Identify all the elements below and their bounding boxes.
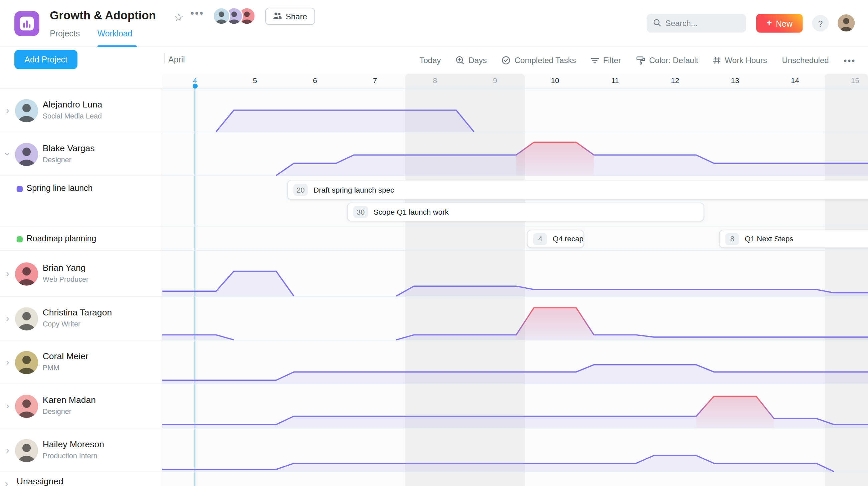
person-name: Brian Yang [43, 263, 86, 273]
date-label-9[interactable]: 9 [493, 76, 497, 85]
project-color-dot [17, 186, 23, 192]
overload-area [696, 396, 774, 428]
row-karen: ›Karen MadanDesigner [0, 384, 868, 429]
date-label-12[interactable]: 12 [671, 76, 679, 85]
zoom-in-icon [456, 56, 465, 65]
person-name: Christina Taragon [43, 307, 112, 318]
task-bar[interactable]: 4Q4 recap [527, 230, 584, 248]
sidebar-cell-christina[interactable]: ›Christina TaragonCopy Writer [0, 297, 162, 340]
task-bar[interactable]: 30Scope Q1 launch work [347, 203, 704, 221]
sidebar-cell-brian[interactable]: ›Brian YangWeb Producer [0, 251, 162, 296]
overload-area [516, 308, 594, 340]
chevron-right-icon[interactable]: › [5, 479, 8, 486]
workload-chart-hailey [162, 428, 868, 472]
timeline-toolbar: Add Project April Today Days Completed T… [0, 47, 868, 74]
sidebar-cell-unassigned[interactable]: ›Unassigned [0, 472, 162, 486]
sidebar-cell-coral[interactable]: ›Coral MeierPMM [0, 341, 162, 384]
avatar-christina [15, 307, 38, 330]
chevron-right-icon[interactable]: › [6, 357, 9, 366]
search-icon [653, 19, 661, 28]
sidebar-cell-karen[interactable]: ›Karen MadanDesigner [0, 384, 162, 428]
row-unassigned: ›Unassigned [0, 472, 868, 486]
workload-area [396, 286, 868, 296]
filter-button[interactable]: Filter [591, 56, 621, 65]
task-count-badge: 20 [293, 184, 308, 196]
date-label-15[interactable]: 15 [851, 76, 859, 85]
task-count-badge: 4 [533, 233, 547, 245]
search-input[interactable]: Search... [647, 14, 746, 32]
chevron-right-icon[interactable]: › [6, 401, 9, 411]
tab-projects[interactable]: Projects [50, 29, 80, 38]
project-name: Spring line launch [27, 183, 93, 193]
sidebar-cell-hailey[interactable]: ›Hailey MoresonProduction Intern [0, 428, 162, 471]
page-title: Growth & Adoption [50, 9, 156, 22]
today-button[interactable]: Today [419, 56, 441, 65]
plus-icon: + [767, 18, 772, 28]
task-count-badge: 30 [353, 206, 368, 218]
workload-rows: ›Alejandro LunaSocial Media Lead›Blake V… [0, 89, 868, 486]
task-count-badge: 8 [725, 233, 739, 245]
chevron-down-icon[interactable]: › [3, 152, 12, 155]
date-label-14[interactable]: 14 [791, 76, 799, 85]
person-role: Web Producer [43, 275, 89, 283]
avatar-hailey [15, 439, 38, 462]
task-label: Draft spring launch spec [313, 186, 394, 194]
date-label-7[interactable]: 7 [373, 76, 377, 85]
workload-chart-brian [162, 251, 868, 297]
chevron-right-icon[interactable]: › [6, 445, 9, 455]
chevron-right-icon[interactable]: › [6, 269, 9, 278]
project-name: Roadmap planning [27, 234, 96, 243]
days-zoom-button[interactable]: Days [456, 56, 487, 65]
row-hailey: ›Hailey MoresonProduction Intern [0, 428, 868, 472]
date-label-6[interactable]: 6 [313, 76, 317, 85]
star-icon[interactable]: ☆ [174, 11, 184, 24]
share-button[interactable]: Share [265, 8, 315, 25]
project-color-dot [17, 236, 23, 242]
member-avatar[interactable] [213, 7, 230, 25]
task-label: Q1 Next Steps [745, 235, 794, 243]
new-label: New [776, 19, 793, 28]
person-role: Social Media Lead [43, 111, 102, 120]
workload-chart-blake [162, 132, 868, 176]
people-icon [273, 12, 282, 21]
completed-tasks-button[interactable]: Completed Tasks [502, 56, 576, 65]
date-label-11[interactable]: 11 [611, 76, 619, 85]
date-label-13[interactable]: 13 [731, 76, 739, 85]
help-button[interactable]: ? [812, 15, 829, 32]
avatar-karen [15, 394, 38, 418]
task-bar[interactable]: 8Q1 Next Steps [719, 230, 868, 248]
task-label: Q4 recap [553, 235, 584, 243]
person-name: Coral Meier [43, 351, 89, 361]
more-options-icon[interactable]: ••• [190, 8, 204, 19]
toolbar-more-icon[interactable]: ••• [844, 56, 856, 65]
workload-chart-coral [162, 341, 868, 384]
workload-area [162, 271, 294, 296]
avatar-coral [15, 351, 38, 374]
row-brian: ›Brian YangWeb Producer [0, 251, 868, 297]
work-hours-button[interactable]: Work Hours [713, 56, 767, 65]
sidebar-cell-roadmap[interactable]: Roadmap planning [0, 226, 162, 250]
date-label-5[interactable]: 5 [253, 76, 257, 85]
unscheduled-button[interactable]: Unscheduled [782, 56, 829, 65]
filter-lines-icon [591, 57, 599, 64]
new-button[interactable]: + New [756, 14, 803, 32]
sidebar-cell-alejandro[interactable]: ›Alejandro LunaSocial Media Lead [0, 89, 162, 131]
add-project-button[interactable]: Add Project [14, 50, 78, 69]
sidebar-cell-spring[interactable]: Spring line launch [0, 176, 162, 226]
sidebar-cell-blake[interactable]: ›Blake VargasDesigner [0, 132, 162, 175]
user-avatar[interactable] [838, 14, 855, 31]
workload-app-window: Growth & Adoption ☆ ••• Share Projects W… [0, 0, 868, 486]
chevron-right-icon[interactable]: › [6, 105, 9, 115]
toolbar-actions: Today Days Completed Tasks Filter Color:… [419, 47, 856, 74]
chevron-right-icon[interactable]: › [6, 314, 9, 323]
month-label: April [168, 55, 185, 64]
row-coral: ›Coral MeierPMM [0, 341, 868, 384]
task-bar[interactable]: 20Draft spring launch spec [287, 180, 868, 200]
tab-workload[interactable]: Workload [97, 29, 132, 38]
color-button[interactable]: Color: Default [636, 56, 699, 65]
row-blake: ›Blake VargasDesigner [0, 132, 868, 176]
date-label-8[interactable]: 8 [433, 76, 437, 85]
date-label-10[interactable]: 10 [551, 76, 559, 85]
today-marker-dot [193, 84, 198, 89]
project-icon [14, 11, 39, 36]
